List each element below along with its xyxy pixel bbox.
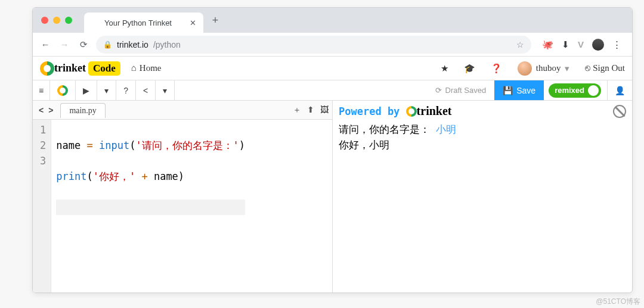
output-line: 你好，小明 [339, 137, 626, 153]
sign-out-label: Sign Out [593, 63, 625, 73]
trinket-logo-icon [40, 61, 54, 76]
powered-by: Powered by trinket [339, 104, 451, 118]
back-button[interactable]: ← [39, 39, 52, 49]
favicon-icon [90, 18, 100, 27]
profile-avatar-icon[interactable] [592, 39, 604, 51]
help-icon[interactable]: ❓ [491, 63, 502, 74]
github-icon[interactable]: 🐙 [542, 39, 553, 50]
gutter: 1 2 3 [33, 120, 51, 293]
tok: '请问，你的名字是：' [135, 139, 239, 151]
more-dropdown[interactable]: ▾ [156, 80, 175, 100]
forward-button: → [58, 39, 71, 49]
help-button[interactable]: ? [116, 80, 136, 100]
window-controls [33, 17, 80, 24]
browser-window: Your Python Trinket ✕ + ← → ⟳ 🔒 trinket.… [32, 7, 633, 293]
lock-icon: 🔒 [103, 41, 112, 49]
vue-icon[interactable]: V [578, 39, 584, 49]
tab-title: Your Python Trinket [104, 18, 172, 27]
account-icon[interactable]: 👤 [607, 80, 632, 100]
new-tab-button[interactable]: + [207, 14, 224, 27]
tok [135, 170, 141, 182]
browser-tab[interactable]: Your Python Trinket ✕ [84, 13, 203, 33]
tok: input [99, 139, 129, 151]
star-icon[interactable]: ★ [441, 63, 448, 74]
home-label: Home [140, 63, 162, 73]
minimize-window-icon[interactable] [53, 17, 60, 24]
tok [93, 139, 99, 151]
remixed-toggle[interactable]: remixed [549, 83, 601, 98]
image-icon[interactable]: 🖼 [320, 105, 329, 116]
tok: ) [239, 139, 245, 151]
brand-name[interactable]: trinket [54, 62, 86, 74]
chevron-down-icon: ▾ [565, 63, 569, 74]
editor-toolbar: ≡ ▶ ▾ ? < ▾ ⟳Draft Saved 💾Save remixed 👤 [33, 80, 632, 101]
powered-label: Powered by [339, 105, 406, 117]
add-file-icon[interactable]: ＋ [293, 105, 301, 116]
save-button[interactable]: 💾Save [494, 80, 544, 100]
user-menu[interactable]: thuboy ▾ [518, 61, 570, 76]
trinket-icon[interactable] [50, 80, 76, 100]
address-bar: ← → ⟳ 🔒 trinket.io/python ☆ 🐙 ⬇ V ⋮ [33, 33, 632, 57]
sign-out-icon: ⎋ [585, 63, 590, 73]
share-button[interactable]: < [136, 80, 156, 100]
home-icon: ⌂ [131, 63, 137, 73]
browser-tab-strip: Your Python Trinket ✕ + [33, 8, 632, 33]
close-window-icon[interactable] [41, 17, 48, 24]
code-line: print('你好，' + name) [56, 169, 245, 184]
menu-icon[interactable]: ≡ [33, 80, 50, 100]
draft-status: ⟳Draft Saved [427, 80, 495, 100]
url-host: trinket.io [117, 40, 148, 49]
home-link[interactable]: ⌂Home [131, 63, 162, 73]
line-number: 2 [40, 138, 46, 153]
code-line [56, 200, 245, 215]
tok: name) [148, 170, 184, 182]
save-icon: 💾 [503, 86, 513, 95]
sign-out-link[interactable]: ⎋ Sign Out [585, 63, 625, 73]
download-icon[interactable]: ⬇ [562, 39, 569, 50]
url-path: /python [153, 40, 181, 49]
tok: ( [86, 170, 92, 182]
editor-pane: < > main.py ＋ ⬆ 🖼 1 2 3 name = input('请问… [33, 101, 333, 293]
prev-file-icon[interactable]: < [36, 105, 46, 115]
console-output[interactable]: 请问，你的名字是： 小明 你好，小明 [333, 118, 632, 156]
save-label: Save [516, 86, 535, 95]
tok: '你好，' [93, 170, 135, 182]
tok: = [86, 139, 92, 151]
tok: print [56, 170, 86, 182]
graduation-cap-icon[interactable]: 🎓 [464, 63, 475, 74]
code-area[interactable]: name = input('请问，你的名字是：') print('你好，' + … [51, 120, 250, 293]
trinket-logo-icon [406, 106, 417, 117]
run-button[interactable]: ▶ [76, 80, 97, 100]
run-dropdown[interactable]: ▾ [97, 80, 116, 100]
toggle-knob-icon [588, 85, 599, 96]
tok: ( [129, 139, 135, 151]
stop-icon[interactable] [613, 105, 626, 118]
output-pane: Powered by trinket 请问，你的名字是： 小明 你好，小明 [333, 101, 632, 293]
file-tab[interactable]: main.py [60, 103, 106, 118]
code-editor[interactable]: 1 2 3 name = input('请问，你的名字是：') print('你… [33, 120, 332, 293]
code-badge: Code [88, 61, 120, 76]
prompt-text: 请问，你的名字是： [339, 123, 436, 135]
editor-tab-bar: < > main.py ＋ ⬆ 🖼 [33, 101, 332, 120]
upload-icon[interactable]: ⬆ [307, 105, 314, 116]
bookmark-star-icon[interactable]: ☆ [516, 40, 524, 49]
reload-button[interactable]: ⟳ [77, 39, 90, 50]
editor-split: < > main.py ＋ ⬆ 🖼 1 2 3 name = input('请问… [33, 101, 632, 293]
next-file-icon[interactable]: > [46, 105, 55, 115]
close-tab-icon[interactable]: ✕ [190, 18, 196, 27]
user-input-text: 小明 [436, 123, 456, 135]
output-line: 请问，你的名字是： 小明 [339, 122, 626, 137]
site-header: trinket Code ⌂Home ★ 🎓 ❓ thuboy ▾ ⎋ Sign… [33, 57, 632, 80]
omnibox[interactable]: 🔒 trinket.io/python ☆ [96, 36, 531, 54]
tok: name [56, 139, 86, 151]
browser-menu-icon[interactable]: ⋮ [612, 39, 621, 50]
extension-icons: 🐙 ⬇ V ⋮ [537, 39, 626, 51]
watermark: @51CTO博客 [596, 297, 640, 307]
refresh-icon: ⟳ [435, 86, 442, 95]
maximize-window-icon[interactable] [65, 17, 72, 24]
line-number: 1 [40, 122, 46, 138]
tok: + [141, 170, 147, 182]
username: thuboy [536, 63, 561, 73]
remixed-label: remixed [555, 86, 584, 95]
output-header: Powered by trinket [333, 101, 632, 118]
